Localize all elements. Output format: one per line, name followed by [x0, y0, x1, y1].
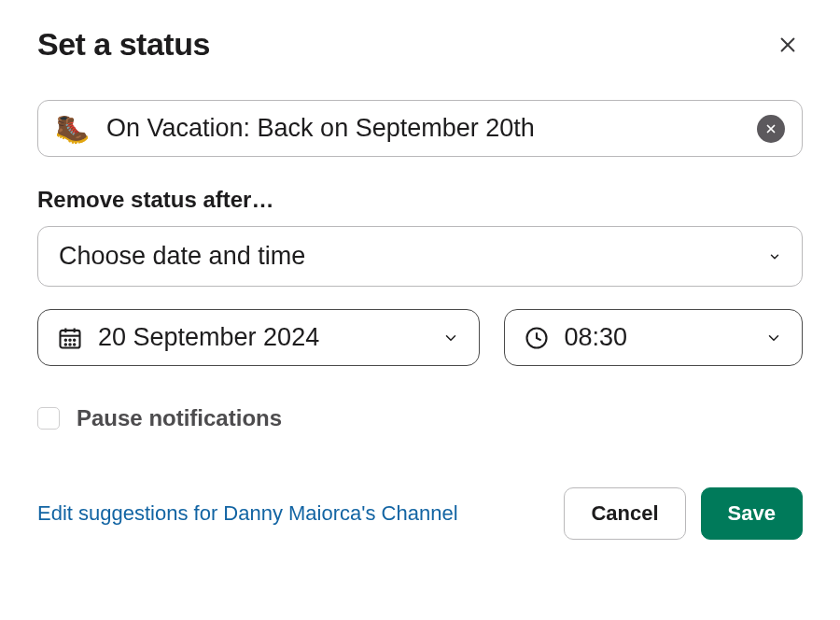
- cancel-button[interactable]: Cancel: [564, 487, 685, 540]
- clear-icon: [764, 122, 777, 135]
- modal-header: Set a status: [37, 26, 803, 63]
- time-value: 08:30: [565, 323, 764, 352]
- time-picker[interactable]: 08:30: [504, 309, 803, 366]
- chevron-down-icon: [764, 329, 783, 347]
- expiry-select[interactable]: Choose date and time: [37, 226, 803, 287]
- clock-icon: [524, 325, 550, 351]
- datetime-row: 20 September 2024 08:30: [37, 309, 803, 366]
- modal-title: Set a status: [37, 26, 210, 63]
- svg-point-10: [74, 339, 75, 340]
- expiry-label: Remove status after…: [37, 187, 803, 213]
- pause-notifications-checkbox[interactable]: [37, 407, 60, 430]
- clear-status-button[interactable]: [757, 115, 785, 143]
- svg-point-9: [69, 339, 70, 340]
- close-button[interactable]: [773, 30, 803, 60]
- date-value: 20 September 2024: [98, 323, 441, 352]
- status-input-field[interactable]: 🥾 On Vacation: Back on September 20th: [37, 100, 803, 157]
- status-text[interactable]: On Vacation: Back on September 20th: [106, 114, 757, 143]
- expiry-select-value: Choose date and time: [59, 242, 305, 271]
- calendar-icon: [57, 325, 83, 351]
- pause-notifications-label: Pause notifications: [77, 405, 282, 431]
- edit-suggestions-link[interactable]: Edit suggestions for Danny Maiorca's Cha…: [37, 501, 549, 526]
- set-status-modal: Set a status 🥾 On Vacation: Back on Sept…: [0, 0, 840, 566]
- close-icon: [777, 35, 798, 55]
- save-button[interactable]: Save: [701, 487, 803, 540]
- pause-notifications-row: Pause notifications: [37, 405, 803, 431]
- svg-point-13: [74, 344, 75, 345]
- svg-point-8: [65, 339, 66, 340]
- chevron-down-icon: [441, 329, 460, 347]
- status-emoji-picker[interactable]: 🥾: [55, 115, 90, 143]
- date-picker[interactable]: 20 September 2024: [37, 309, 480, 366]
- chevron-down-icon: [768, 250, 781, 263]
- svg-point-11: [65, 344, 66, 345]
- svg-point-12: [69, 344, 70, 345]
- modal-footer: Edit suggestions for Danny Maiorca's Cha…: [37, 487, 803, 540]
